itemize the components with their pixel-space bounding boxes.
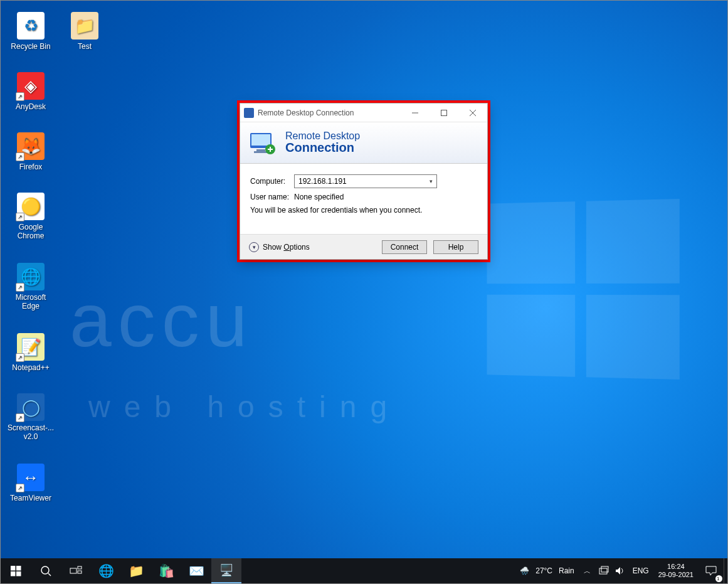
shortcut-arrow-icon: ↗: [16, 152, 24, 161]
desktop-icon-firefox[interactable]: 🦊↗Firefox: [7, 132, 55, 171]
tray-overflow-button[interactable]: ︿: [579, 558, 596, 583]
desktop-icon-label: Recycle Bin: [7, 42, 55, 51]
svg-rect-1: [441, 110, 447, 115]
window-title: Remote Desktop Connection: [258, 109, 401, 117]
start-button[interactable]: [1, 558, 31, 583]
computer-value: 192.168.1.191: [298, 177, 347, 186]
taskbar-app-edge[interactable]: 🌐: [91, 558, 121, 583]
svg-rect-12: [16, 571, 21, 576]
window-titlebar[interactable]: Remote Desktop Connection: [240, 104, 487, 122]
minimize-button[interactable]: [401, 104, 430, 122]
credentials-hint: You will be asked for credentials when y…: [250, 206, 477, 215]
desktop-icon-microsoft-edge[interactable]: 🌐↗Microsoft Edge: [7, 263, 55, 311]
taskbar-app-rdc[interactable]: 🖥️: [211, 558, 241, 583]
weather-widget[interactable]: 🌧️ 27°C Rain: [515, 566, 579, 575]
tray-clock[interactable]: 16:24 29-09-2021: [653, 563, 699, 579]
username-value: None specified: [294, 193, 344, 201]
desktop-icon-label: Microsoft Edge: [7, 293, 55, 311]
svg-marker-20: [616, 567, 620, 575]
desktop-icon-test[interactable]: 📁Test: [61, 12, 108, 51]
watermark-subtext: web hosting: [88, 390, 401, 424]
rdc-icon: [244, 108, 254, 118]
desktop-icon-label: AnyDesk: [7, 102, 55, 111]
app-icon: 🌐↗: [17, 263, 45, 290]
search-button[interactable]: [31, 558, 61, 583]
svg-line-14: [48, 573, 51, 576]
svg-rect-7: [254, 151, 268, 153]
svg-rect-5: [251, 134, 270, 146]
svg-rect-9: [11, 566, 16, 571]
shortcut-arrow-icon: ↗: [16, 484, 24, 492]
action-center-button[interactable]: 1: [699, 558, 724, 583]
app-icon: ♻: [17, 12, 45, 40]
shortcut-arrow-icon: ↗: [16, 92, 24, 101]
taskbar-app-store[interactable]: 🛍️: [151, 558, 181, 583]
shortcut-arrow-icon: ↗: [16, 413, 24, 422]
clock-date: 29-09-2021: [658, 571, 694, 579]
show-desktop-button[interactable]: [724, 558, 727, 583]
svg-rect-18: [599, 568, 607, 574]
desktop-icon-google-chrome[interactable]: 🟡↗Google Chrome: [7, 193, 55, 240]
shortcut-arrow-icon: ↗: [16, 213, 24, 221]
weather-icon: 🌧️: [520, 566, 529, 575]
chevron-down-icon: ▾: [430, 178, 433, 184]
tray-language[interactable]: ENG: [628, 558, 653, 583]
svg-point-13: [41, 566, 49, 574]
app-icon: 🟡↗: [17, 193, 45, 220]
app-icon: ◈↗: [17, 72, 45, 100]
help-button[interactable]: Help: [433, 240, 478, 254]
tray-network-icon[interactable]: [596, 558, 612, 583]
notification-badge: 1: [715, 575, 722, 582]
svg-rect-16: [78, 566, 82, 569]
shortcut-arrow-icon: ↗: [16, 353, 24, 362]
computer-label: Computer:: [250, 177, 294, 186]
desktop-icon-label: Test: [61, 42, 108, 51]
close-button[interactable]: [458, 104, 487, 122]
desktop-icon-notepad-[interactable]: 📝↗Notepad++: [7, 333, 55, 372]
chevron-down-icon: ▾: [249, 242, 259, 252]
weather-temp: 27°C: [535, 566, 552, 575]
remote-desktop-window[interactable]: Remote Desktop Connection Remote Desktop…: [240, 103, 488, 260]
weather-cond: Rain: [559, 566, 574, 575]
desktop-icon-label: Firefox: [7, 162, 55, 171]
svg-rect-17: [78, 571, 82, 573]
svg-rect-6: [256, 149, 265, 151]
app-icon: ↔↗: [17, 464, 45, 491]
username-label: User name:: [250, 193, 294, 201]
clock-time: 16:24: [658, 563, 694, 571]
banner-title-line2: Connection: [285, 141, 360, 155]
rdc-banner: Remote Desktop Connection: [240, 122, 487, 164]
app-icon: 📁: [71, 12, 98, 40]
svg-rect-10: [16, 566, 21, 571]
taskbar-app-explorer[interactable]: 📁: [121, 558, 151, 583]
taskbar[interactable]: 🌐 📁 🛍️ ✉️ 🖥️ 🌧️ 27°C Rain ︿ ENG 16:24 29…: [1, 558, 727, 583]
desktop-icon-screencast-v2-0[interactable]: ◯↗Screencast-... v2.0: [7, 393, 55, 441]
desktop-icon-label: Notepad++: [7, 363, 55, 372]
app-icon: 🦊↗: [17, 132, 45, 160]
show-options-label: Show Options: [263, 243, 310, 252]
svg-rect-15: [70, 568, 76, 573]
desktop-icon-anydesk[interactable]: ◈↗AnyDesk: [7, 72, 55, 111]
taskbar-app-mail[interactable]: ✉️: [181, 558, 211, 583]
desktop-icon-label: Google Chrome: [7, 223, 55, 240]
tray-volume-icon[interactable]: [612, 558, 628, 583]
computer-combobox[interactable]: 192.168.1.191 ▾: [294, 174, 437, 188]
shortcut-arrow-icon: ↗: [16, 283, 24, 292]
desktop-icon-teamviewer[interactable]: ↔↗TeamViewer: [7, 464, 55, 502]
svg-rect-11: [11, 571, 16, 576]
maximize-button[interactable]: [430, 104, 458, 122]
connect-button[interactable]: Connect: [382, 240, 427, 254]
desktop-icon-label: TeamViewer: [7, 494, 55, 502]
task-view-button[interactable]: [61, 558, 91, 583]
show-options-toggle[interactable]: ▾ Show Options: [249, 242, 310, 252]
app-icon: ◯↗: [17, 393, 45, 421]
watermark-text: accu: [70, 277, 702, 363]
windows-logo-art: [487, 199, 680, 380]
app-icon: 📝↗: [17, 333, 45, 361]
desktop-icon-recycle-bin[interactable]: ♻Recycle Bin: [7, 12, 55, 51]
desktop-wallpaper[interactable]: accu web hosting ♻Recycle Bin📁Test◈↗AnyD…: [1, 1, 727, 558]
chevron-up-icon: ︿: [584, 566, 591, 576]
desktop-icon-label: Screencast-... v2.0: [7, 423, 55, 441]
monitor-icon: [249, 129, 277, 157]
